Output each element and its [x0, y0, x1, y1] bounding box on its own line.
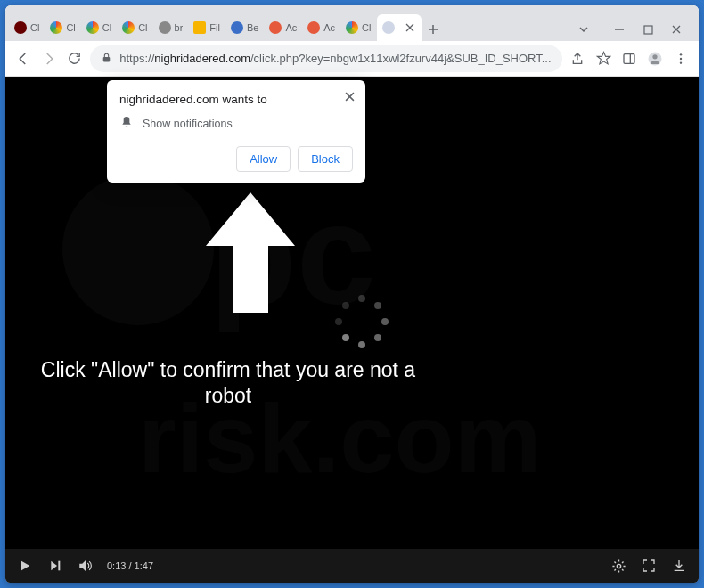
favicon-page — [382, 21, 395, 34]
lock-icon — [101, 52, 112, 66]
svg-point-6 — [680, 53, 682, 55]
play-button[interactable] — [16, 557, 34, 575]
tab-strip: Cl Cl Cl Cl br Fil Be Ac Ac Cl — [5, 5, 699, 41]
forward-button[interactable] — [38, 46, 59, 71]
close-window-button[interactable] — [670, 23, 683, 36]
tab-label: Fil — [209, 22, 220, 33]
tab-2[interactable]: Cl — [81, 14, 117, 41]
bookmark-button[interactable] — [593, 46, 614, 71]
favicon-nosign — [307, 21, 320, 34]
favicon-shield — [231, 21, 243, 34]
url-text: https://nighridadered.com/click.php?key=… — [119, 52, 551, 65]
tab-label: Cl — [102, 22, 111, 33]
tab-7[interactable]: Ac — [264, 14, 302, 41]
tab-label: Cl — [362, 22, 371, 33]
tab-label: Ac — [323, 22, 335, 33]
dialog-subtitle-row: Show notifications — [119, 115, 353, 132]
favicon-nosign — [269, 21, 282, 34]
tab-label: Cl — [30, 22, 39, 33]
notification-dialog: nighridadered.com wants to Show notifica… — [107, 80, 365, 183]
favicon-globe — [159, 21, 171, 34]
tab-label: Be — [247, 22, 258, 33]
allow-button[interactable]: Allow — [236, 146, 291, 172]
favicon-chrome — [122, 21, 135, 34]
minimize-button[interactable] — [613, 23, 626, 36]
profile-button[interactable] — [645, 46, 666, 71]
svg-rect-1 — [103, 56, 111, 61]
tab-active[interactable] — [377, 14, 422, 41]
dialog-title: nighridadered.com wants to — [119, 93, 353, 106]
tab-8[interactable]: Ac — [302, 14, 340, 41]
tab-label: Ac — [285, 22, 297, 33]
download-button[interactable] — [670, 557, 688, 575]
share-button[interactable] — [568, 46, 588, 71]
fullscreen-button[interactable] — [640, 557, 658, 575]
video-time: 0:13 / 1:47 — [107, 560, 153, 571]
address-bar[interactable]: https://nighridadered.com/click.php?key=… — [90, 45, 561, 72]
dialog-close-button[interactable] — [342, 89, 356, 103]
svg-point-8 — [680, 61, 682, 63]
nav-bar: https://nighridadered.com/click.php?key=… — [5, 41, 699, 77]
svg-point-7 — [680, 57, 682, 59]
svg-point-5 — [653, 54, 658, 59]
video-controls: 0:13 / 1:47 — [5, 549, 699, 583]
favicon-folder — [193, 21, 206, 34]
tab-0[interactable]: Cl — [9, 14, 45, 41]
side-panel-button[interactable] — [619, 46, 640, 71]
favicon-red — [14, 21, 27, 34]
dialog-subtitle: Show notifications — [143, 118, 233, 130]
tab-3[interactable]: Cl — [117, 14, 152, 41]
svg-rect-12 — [58, 561, 60, 571]
maximize-button[interactable] — [642, 23, 654, 36]
svg-rect-2 — [624, 53, 634, 63]
reload-button[interactable] — [64, 46, 85, 71]
page-prompt-text: Click "Allow" to confirm that you are no… — [32, 357, 424, 409]
chevron-down-icon[interactable] — [577, 23, 590, 36]
window-controls — [577, 23, 695, 41]
favicon-chrome — [346, 21, 358, 34]
volume-button[interactable] — [77, 557, 94, 575]
new-tab-button[interactable] — [422, 18, 445, 41]
tab-label: Cl — [66, 22, 75, 33]
tab-5[interactable]: Fil — [188, 14, 225, 41]
tab-9[interactable]: Cl — [340, 14, 376, 41]
tab-1[interactable]: Cl — [45, 14, 80, 41]
svg-rect-0 — [644, 26, 652, 34]
browser-window: Cl Cl Cl Cl br Fil Be Ac Ac Cl — [5, 5, 699, 583]
menu-button[interactable] — [671, 46, 692, 71]
tab-label: br — [175, 22, 184, 33]
settings-button[interactable] — [610, 557, 627, 575]
tab-4[interactable]: br — [153, 14, 189, 41]
tab-6[interactable]: Be — [225, 14, 264, 41]
back-button[interactable] — [12, 46, 33, 71]
favicon-chrome — [50, 21, 62, 34]
favicon-chrome — [86, 21, 99, 34]
tab-label: Cl — [138, 22, 147, 33]
next-button[interactable] — [46, 557, 64, 575]
arrow-up-icon — [197, 184, 304, 321]
svg-point-9 — [62, 174, 214, 325]
svg-point-13 — [617, 564, 620, 568]
bell-icon — [119, 115, 134, 132]
block-button[interactable]: Block — [298, 146, 353, 172]
loading-spinner — [335, 295, 389, 348]
close-icon[interactable] — [404, 21, 416, 34]
